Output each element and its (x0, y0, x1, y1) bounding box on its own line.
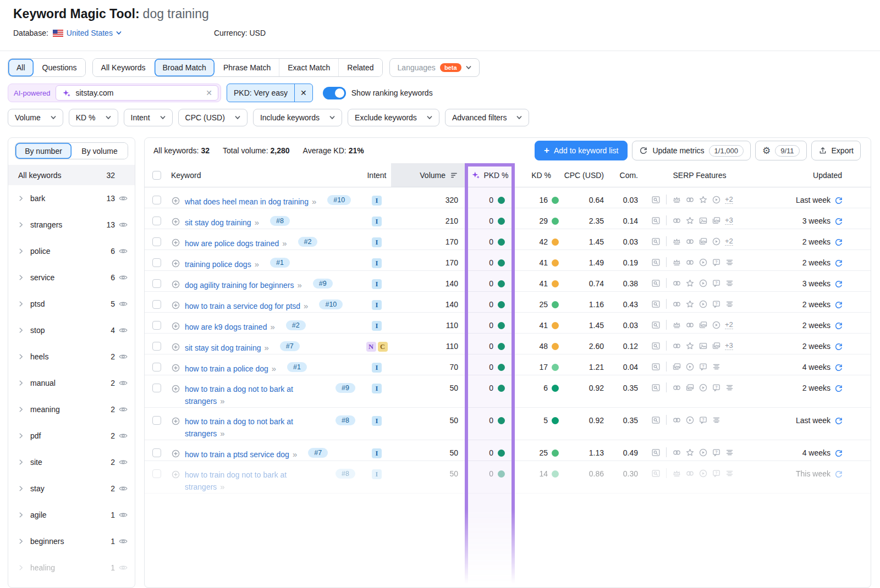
keyword-link[interactable]: how to train a police dog (185, 364, 268, 373)
refresh-metrics-icon[interactable] (834, 417, 843, 425)
row-checkbox[interactable] (152, 196, 161, 204)
sidebar-group-agile[interactable]: agile 1 (8, 502, 135, 528)
keyword-link[interactable]: how to train a dog to not bark at strang… (185, 417, 293, 438)
row-checkbox[interactable] (152, 217, 161, 225)
filter-kd-[interactable]: KD % (69, 109, 118, 126)
eye-icon[interactable] (118, 352, 128, 362)
refresh-metrics-icon[interactable] (834, 384, 843, 393)
clear-search-icon[interactable]: ✕ (206, 88, 212, 97)
expand-keyword-icon[interactable] (171, 259, 180, 268)
keyword-drilldown-arrows[interactable]: » (282, 238, 285, 248)
eye-icon[interactable] (118, 536, 128, 546)
sidebar-group-pdf[interactable]: pdf 2 (8, 423, 135, 449)
row-checkbox[interactable] (152, 321, 161, 330)
keyword-drilldown-arrows[interactable]: » (255, 218, 258, 227)
filter-volume[interactable]: Volume (8, 109, 63, 126)
keyword-drilldown-arrows[interactable]: » (312, 197, 315, 206)
expand-keyword-icon[interactable] (171, 417, 180, 426)
expand-keyword-icon[interactable] (171, 301, 180, 310)
column-header-cpc[interactable]: CPC (USD) (561, 163, 607, 187)
serp-more-badge[interactable]: +2 (725, 320, 733, 329)
keyword-drilldown-arrows[interactable]: » (220, 429, 223, 438)
keyword-link[interactable]: what does heel mean in dog training (185, 197, 309, 206)
eye-icon[interactable] (118, 273, 128, 282)
eye-icon[interactable] (118, 299, 128, 309)
export-button[interactable]: Export (811, 141, 861, 160)
tab-all-keywords[interactable]: All Keywords (93, 59, 154, 76)
search-input[interactable]: sitstay.com ✕ (56, 85, 218, 101)
keyword-drilldown-arrows[interactable]: » (265, 343, 268, 352)
refresh-metrics-icon[interactable] (834, 321, 843, 330)
show-ranking-keywords-toggle[interactable] (323, 87, 346, 99)
keyword-link[interactable]: how to train dog not to bark at stranger… (185, 470, 287, 491)
expand-keyword-icon[interactable] (171, 470, 180, 479)
keyword-drilldown-arrows[interactable]: » (220, 482, 223, 491)
keyword-link[interactable]: how are k9 dogs trained (185, 323, 267, 331)
refresh-metrics-icon[interactable] (834, 280, 843, 289)
eye-icon[interactable] (118, 563, 128, 573)
expand-keyword-icon[interactable] (171, 384, 180, 393)
filter-advanced-filters[interactable]: Advanced filters (445, 109, 530, 126)
keyword-link[interactable]: sit stay sit dog training (185, 343, 261, 352)
sidebar-group-healing[interactable]: healing 1 (8, 554, 135, 581)
refresh-metrics-icon[interactable] (834, 342, 843, 351)
refresh-metrics-icon[interactable] (834, 217, 843, 226)
keyword-drilldown-arrows[interactable]: » (272, 364, 275, 373)
keyword-drilldown-arrows[interactable]: » (220, 396, 223, 406)
sidebar-group-beginners[interactable]: beginners 1 (8, 528, 135, 554)
filter-cpc-usd-[interactable]: CPC (USD) (178, 109, 248, 126)
sidebar-group-stop[interactable]: stop 4 (8, 317, 135, 343)
keyword-link[interactable]: dog agility training for beginners (185, 281, 294, 290)
expand-keyword-icon[interactable] (171, 280, 180, 289)
expand-keyword-icon[interactable] (171, 321, 180, 331)
expand-keyword-icon[interactable] (171, 363, 180, 373)
row-checkbox[interactable] (152, 416, 161, 425)
column-header-intent[interactable]: Intent (362, 163, 391, 187)
eye-icon[interactable] (118, 457, 128, 467)
keyword-drilldown-arrows[interactable]: » (255, 259, 258, 269)
refresh-metrics-icon[interactable] (834, 449, 843, 458)
eye-icon[interactable] (118, 431, 128, 441)
serp-more-badge[interactable]: +3 (725, 216, 733, 225)
row-checkbox[interactable] (152, 258, 161, 267)
sidebar-group-stay[interactable]: stay 2 (8, 475, 135, 502)
sidebar-group-bark[interactable]: bark 13 (8, 185, 135, 212)
sidebar-group-site[interactable]: site 2 (8, 449, 135, 475)
expand-keyword-icon[interactable] (171, 342, 180, 352)
expand-keyword-icon[interactable] (171, 449, 180, 458)
languages-dropdown[interactable]: Languages beta (389, 58, 480, 77)
sidebar-group-strangers[interactable]: strangers 13 (8, 212, 135, 238)
eye-icon[interactable] (118, 325, 128, 335)
keyword-link[interactable]: how to train a ptsd service dog (185, 450, 289, 459)
sidebar-tab-by-volume[interactable]: By volume (72, 143, 128, 159)
refresh-metrics-icon[interactable] (834, 301, 843, 309)
refresh-metrics-icon[interactable] (834, 196, 843, 205)
sidebar-all-keywords-row[interactable]: All keywords 32 (8, 165, 135, 185)
column-header-kd[interactable]: KD % (514, 163, 561, 187)
refresh-metrics-icon[interactable] (834, 470, 843, 479)
column-header-keyword[interactable]: Keyword (167, 163, 362, 187)
keyword-link[interactable]: how to train a dog not to bark at strang… (185, 385, 293, 406)
refresh-metrics-icon[interactable] (834, 238, 843, 247)
serp-more-badge[interactable]: +3 (725, 341, 733, 350)
row-checkbox[interactable] (152, 469, 161, 478)
filter-intent[interactable]: Intent (124, 109, 173, 126)
sidebar-group-service[interactable]: service 6 (8, 264, 135, 291)
column-header-com[interactable]: Com. (607, 163, 640, 187)
row-checkbox[interactable] (152, 363, 161, 371)
select-all-checkbox[interactable] (152, 171, 161, 180)
keyword-link[interactable]: training police dogs (185, 260, 251, 269)
tab-questions[interactable]: Questions (34, 59, 85, 76)
sidebar-group-meaning[interactable]: meaning 2 (8, 396, 135, 423)
keyword-drilldown-arrows[interactable]: » (293, 450, 296, 459)
row-checkbox[interactable] (152, 384, 161, 392)
tab-related[interactable]: Related (338, 59, 382, 76)
refresh-metrics-icon[interactable] (834, 259, 843, 268)
tab-broad-match[interactable]: Broad Match (154, 59, 215, 76)
keyword-drilldown-arrows[interactable]: » (304, 301, 307, 310)
keyword-link[interactable]: how are police dogs trained (185, 239, 279, 248)
update-metrics-button[interactable]: Update metrics 1/1,000 (632, 141, 751, 160)
sidebar-group-ptsd[interactable]: ptsd 5 (8, 291, 135, 317)
expand-keyword-icon[interactable] (171, 196, 180, 206)
row-checkbox[interactable] (152, 300, 161, 309)
